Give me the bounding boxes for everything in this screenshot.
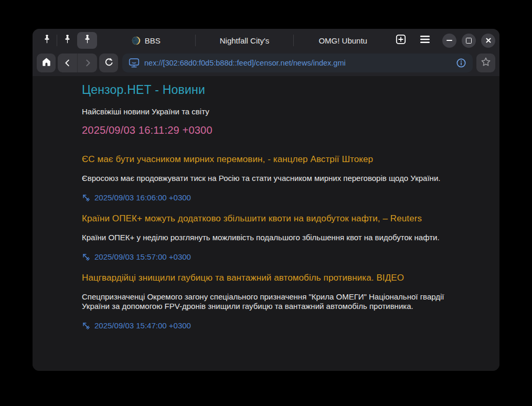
- pin-icon: [64, 35, 71, 46]
- url-text[interactable]: nex://[302:68d0:f0d5:b88d::feed]/censor.…: [144, 59, 451, 67]
- pin-icon: [44, 35, 50, 46]
- pinned-tab-2[interactable]: [57, 32, 77, 49]
- home-button[interactable]: [37, 54, 56, 72]
- article-link[interactable]: 2025/09/03 15:47:00 +0300: [82, 321, 191, 330]
- reload-icon: [104, 57, 114, 69]
- feed-entry-pen-icon: [82, 322, 90, 329]
- back-button[interactable]: [58, 54, 77, 72]
- forward-button[interactable]: [78, 54, 97, 72]
- minimize-icon: [446, 40, 452, 41]
- article-link[interactable]: 2025/09/03 16:06:00 +0300: [82, 193, 191, 202]
- feed-entry-pen-icon: [82, 253, 90, 261]
- new-tab-icon: [396, 34, 406, 47]
- history-nav-group: [58, 54, 97, 72]
- crescent-moon-icon: [132, 36, 141, 45]
- maximize-button[interactable]: [462, 34, 476, 48]
- article: Нацгвардійці знищили гаубицю та вантажни…: [82, 273, 481, 330]
- forward-icon: [83, 58, 92, 68]
- reload-button[interactable]: [99, 54, 118, 72]
- page-content: Цензор.НЕТ - Новини Найсвіжіші новини Ук…: [33, 76, 499, 371]
- home-icon: [41, 57, 51, 69]
- desktop-background: BBS Nightfall City's OMG! Ubuntu: [0, 0, 532, 406]
- close-button[interactable]: [481, 34, 495, 48]
- article-link-label: 2025/09/03 15:47:00 +0300: [94, 321, 191, 330]
- article-heading: Нацгвардійці знищили гаубицю та вантажни…: [82, 273, 481, 283]
- terminal-icon: [129, 58, 140, 68]
- tab-label: BBS: [145, 36, 161, 45]
- article-heading: ЄС має бути учасником мирних перемовин, …: [82, 154, 481, 165]
- menu-button[interactable]: [416, 32, 434, 49]
- tab-bbs[interactable]: BBS: [97, 30, 195, 50]
- article-link-label: 2025/09/03 15:57:00 +0300: [94, 252, 191, 261]
- article-body: Країни ОПЕК+ у неділю розглянуть можливі…: [82, 233, 449, 243]
- browser-window: BBS Nightfall City's OMG! Ubuntu: [33, 29, 499, 371]
- article-link[interactable]: 2025/09/03 15:57:00 +0300: [82, 252, 191, 261]
- navigation-bar: nex://[302:68d0:f0d5:b88d::feed]/censor.…: [33, 52, 499, 76]
- feed-entry-pen-icon: [82, 194, 90, 201]
- tab-nightfall-citys[interactable]: Nightfall City's: [196, 30, 294, 50]
- hamburger-icon: [420, 35, 430, 46]
- article: Країни ОПЕК+ можуть додатково збільшити …: [82, 213, 481, 261]
- page-subtitle: Найсвіжіші новини України та світу: [82, 107, 481, 116]
- close-icon: [485, 37, 492, 44]
- tab-label: OMG! Ubuntu: [318, 36, 367, 45]
- star-icon: [481, 57, 491, 69]
- maximize-icon: [466, 38, 472, 44]
- article-link-label: 2025/09/03 16:06:00 +0300: [94, 193, 191, 202]
- feed-timestamp-heading: 2025/09/03 16:11:29 +0300: [82, 124, 481, 136]
- page-title: Цензор.НЕТ - Новини: [82, 83, 481, 97]
- url-bar[interactable]: nex://[302:68d0:f0d5:b88d::feed]/censor.…: [122, 54, 473, 72]
- info-icon[interactable]: [456, 58, 466, 68]
- article-heading: Країни ОПЕК+ можуть додатково збільшити …: [82, 213, 481, 224]
- tab-bar: BBS Nightfall City's OMG! Ubuntu: [33, 29, 499, 52]
- pinned-tab-3-active[interactable]: [77, 32, 97, 49]
- pin-icon: [84, 35, 91, 46]
- back-icon: [63, 58, 72, 68]
- article-body: Спецпризначенці Окремого загону спеціаль…: [82, 292, 449, 312]
- pinned-tab-1[interactable]: [37, 32, 57, 49]
- article: ЄС має бути учасником мирних перемовин, …: [82, 154, 481, 202]
- article-body: Євросоюз має продовжувати тиск на Росію …: [82, 174, 449, 184]
- tab-omg-ubuntu[interactable]: OMG! Ubuntu: [294, 30, 392, 50]
- minimize-button[interactable]: [442, 34, 456, 48]
- tab-label: Nightfall City's: [220, 36, 270, 45]
- new-tab-button[interactable]: [392, 32, 410, 49]
- bookmark-button[interactable]: [476, 54, 495, 72]
